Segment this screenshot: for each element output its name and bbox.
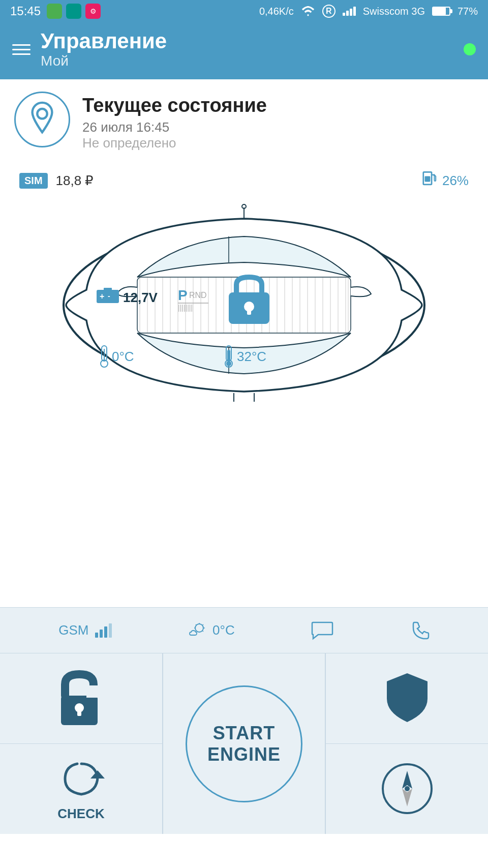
svg-rect-2 [424,176,430,182]
sim-badge: SIM [19,173,48,189]
connection-status-dot [464,43,476,55]
app-icons-area: ⚙ [47,4,101,19]
check-refresh-icon [56,756,107,802]
carrier-name: Swisscom 3G [363,6,425,17]
gsm-status: GSM [58,622,111,638]
hamburger-menu[interactable] [12,44,30,55]
spacer [0,434,488,607]
unlock-icon [51,670,112,726]
svg-text:+: + [100,292,104,301]
temp-outside-text: 0°C [112,349,134,364]
status-right-area: 0,46K/c R Swisscom 3G 77% [259,5,478,18]
sim-balance: 18,8 ₽ [56,173,94,189]
svg-point-57 [226,361,231,366]
location-date: 26 июля 16:45 [82,119,267,135]
start-engine-label-2: ENGINE [207,744,281,765]
shield-icon [382,670,433,726]
weather-icon [188,623,208,638]
phone-icon [410,620,430,641]
status-time-area: 15:45 ⚙ [10,4,101,19]
app-icon-2 [66,4,81,19]
svg-marker-69 [90,770,105,779]
svg-rect-56 [227,350,230,361]
sim-fuel-row: SIM 18,8 ₽ 26% [14,169,474,192]
gsm-bar-4 [109,623,112,638]
gsm-label: GSM [58,622,88,638]
car-svg-wrap: + - 12,7V P RND |||||||| [36,198,452,412]
svg-rect-41 [104,288,112,291]
battery-voltage-text: 12,7V [123,290,158,305]
gsm-bar-3 [104,626,107,638]
svg-text:P: P [178,287,188,303]
svg-text:||||||||: |||||||| [178,304,193,312]
navigation-button[interactable] [325,744,488,834]
location-section: Текущее состояние 26 июля 16:45 Не опред… [14,92,474,151]
header-title-area: Управление Мой [30,29,464,69]
page-title: Управление [41,29,464,53]
car-illustration: + - 12,7V P RND |||||||| [36,198,452,412]
location-pin-icon [27,100,57,139]
header: Управление Мой [0,22,488,79]
svg-rect-68 [77,708,81,716]
control-buttons-area: START ENGINE CHECK [0,653,488,834]
menu-line-1 [12,44,30,46]
menu-line-2 [12,49,30,50]
unlock-button[interactable] [0,653,163,744]
battery-percent: 77% [458,6,478,17]
r-icon: R [322,5,336,18]
app-icon-1 [47,4,62,19]
svg-line-62 [202,631,203,632]
temp-inside-text: 32°C [237,349,266,364]
fuel-indicator: 26% [421,169,469,192]
svg-point-0 [37,109,47,118]
gsm-bar-2 [100,630,103,638]
fuel-percent: 26% [442,173,469,189]
check-label: CHECK [57,806,104,822]
battery-icon [432,7,450,16]
sim-amount-area: SIM 18,8 ₽ [19,173,94,189]
start-engine-button[interactable]: START ENGINE [163,653,325,834]
svg-marker-71 [402,771,412,789]
status-bar: 15:45 ⚙ 0,46K/c R Swisscom 3G 77% [0,0,488,22]
weather-temp: 0°C [212,622,235,638]
status-time: 15:45 [10,4,41,18]
menu-line-3 [12,53,30,55]
compass-icon [379,761,435,817]
start-engine-label-1: START [213,723,275,744]
car-diagram: + - 12,7V P RND |||||||| [14,198,474,412]
location-icon-wrap [14,92,70,147]
start-engine-circle[interactable]: START ENGINE [186,685,302,802]
svg-rect-66 [86,685,102,698]
status-data-speed: 0,46K/c [259,6,294,17]
gsm-signal-bars [95,623,112,638]
wifi-icon [301,6,315,16]
main-content: Текущее состояние 26 июля 16:45 Не опред… [0,79,488,434]
app-icon-3: ⚙ [85,4,101,19]
phone-status[interactable] [410,620,430,641]
svg-rect-50 [247,307,251,315]
svg-text:RND: RND [189,291,207,300]
arm-button[interactable] [325,653,488,744]
signal-icon [343,7,356,16]
check-button[interactable]: CHECK [0,744,163,834]
status-bottom-bar: GSM 0°C [0,607,488,653]
message-icon [311,620,333,641]
location-info: Текущее состояние 26 июля 16:45 Не опред… [82,92,267,151]
page-subtitle: Мой [41,53,464,69]
svg-line-60 [202,624,203,625]
svg-marker-72 [402,789,412,806]
temp-outside [101,346,108,367]
svg-point-73 [405,786,410,791]
fuel-icon [421,169,438,192]
gsm-bar-1 [95,633,98,638]
svg-text:-: - [108,292,110,300]
location-title: Текущее состояние [82,95,267,116]
battery-indicator-icon: + - [97,288,119,303]
message-status[interactable] [311,620,333,641]
weather-status: 0°C [188,622,235,638]
location-status: Не определено [82,135,267,151]
